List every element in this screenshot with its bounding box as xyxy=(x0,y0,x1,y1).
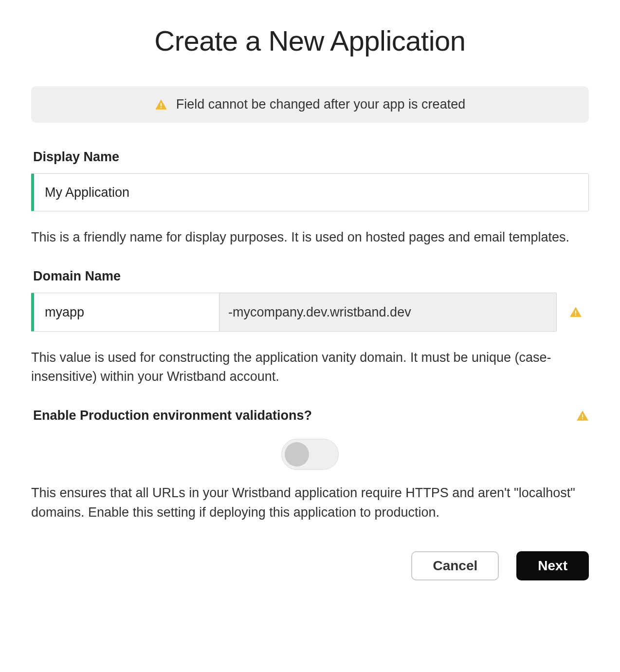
domain-suffix: -mycompany.dev.wristband.dev xyxy=(219,293,556,331)
prod-validation-label: Enable Production environment validation… xyxy=(31,408,312,423)
svg-rect-1 xyxy=(161,107,162,108)
warning-icon xyxy=(576,410,589,422)
svg-rect-2 xyxy=(575,311,576,314)
display-name-helper: This is a friendly name for display purp… xyxy=(31,228,589,247)
prod-validation-toggle[interactable] xyxy=(281,439,339,470)
svg-rect-4 xyxy=(582,414,583,418)
page-title: Create a New Application xyxy=(31,24,589,57)
next-button[interactable]: Next xyxy=(516,551,589,580)
svg-rect-5 xyxy=(582,418,583,419)
cancel-button[interactable]: Cancel xyxy=(411,551,499,580)
dialog-actions: Cancel Next xyxy=(31,551,589,580)
display-name-input[interactable] xyxy=(31,173,589,211)
toggle-knob xyxy=(285,442,309,467)
domain-name-helper: This value is used for constructing the … xyxy=(31,348,589,386)
svg-rect-0 xyxy=(161,103,162,106)
svg-rect-3 xyxy=(575,315,576,316)
display-name-label: Display Name xyxy=(31,149,589,165)
warning-icon xyxy=(155,98,167,111)
domain-name-field: Domain Name -mycompany.dev.wristband.dev… xyxy=(31,269,589,386)
banner-text: Field cannot be changed after your app i… xyxy=(176,97,465,112)
display-name-field: Display Name This is a friendly name for… xyxy=(31,149,589,247)
immutable-field-banner: Field cannot be changed after your app i… xyxy=(31,86,589,123)
prod-validation-field: Enable Production environment validation… xyxy=(31,408,589,522)
domain-name-label: Domain Name xyxy=(31,269,589,284)
prod-validation-helper: This ensures that all URLs in your Wrist… xyxy=(31,484,589,522)
domain-name-input[interactable] xyxy=(34,293,219,331)
warning-icon xyxy=(569,306,582,318)
